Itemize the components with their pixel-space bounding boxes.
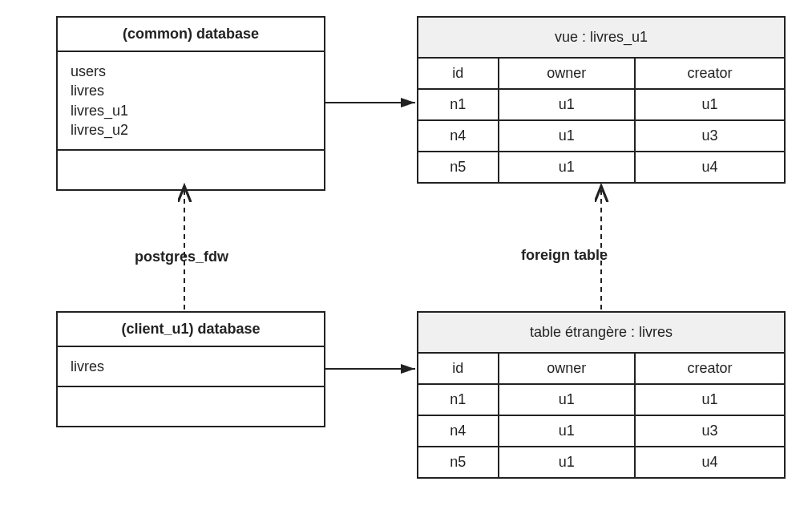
common-database-footer: [58, 151, 324, 189]
foreign-table-title: table étrangère : livres: [418, 312, 785, 353]
foreign-cell: u1: [499, 415, 635, 447]
view-cell: n5: [418, 152, 499, 183]
foreign-cell: n4: [418, 415, 499, 447]
db-item: livres: [71, 357, 311, 376]
common-database-box: (common) database users livres livres_u1…: [56, 16, 325, 191]
view-table-title: vue : livres_u1: [418, 17, 785, 58]
common-database-title: (common) database: [58, 18, 324, 52]
foreign-cell: u1: [635, 384, 785, 415]
foreign-cell: n1: [418, 384, 499, 415]
foreign-cell: u1: [499, 384, 635, 415]
view-col-header: owner: [499, 58, 635, 89]
view-cell: n1: [418, 89, 499, 120]
foreign-col-header: owner: [499, 353, 635, 384]
view-cell: u1: [499, 120, 635, 152]
foreign-cell: u4: [635, 447, 785, 478]
view-table: vue : livres_u1 id owner creator n1 u1 u…: [417, 16, 786, 184]
view-cell: n4: [418, 120, 499, 152]
client-database-footer: [58, 387, 324, 426]
db-item: users: [71, 62, 311, 81]
db-item: livres_u2: [71, 120, 311, 140]
foreign-table: table étrangère : livres id owner creato…: [417, 311, 786, 479]
view-col-header: creator: [635, 58, 785, 89]
client-database-box: (client_u1) database livres: [56, 311, 325, 427]
foreign-cell: n5: [418, 447, 499, 478]
db-item: livres: [71, 81, 311, 100]
common-database-body: users livres livres_u1 livres_u2: [58, 52, 324, 151]
view-cell: u4: [635, 152, 785, 183]
foreign-col-header: creator: [635, 353, 785, 384]
view-cell: u1: [499, 89, 635, 120]
view-cell: u1: [635, 89, 785, 120]
client-database-title: (client_u1) database: [58, 313, 324, 347]
foreign-cell: u1: [499, 447, 635, 478]
foreign-cell: u3: [635, 415, 785, 447]
view-col-header: id: [418, 58, 499, 89]
foreign-col-header: id: [418, 353, 499, 384]
client-database-body: livres: [58, 347, 324, 387]
postgres-fdw-label: postgres_fdw: [135, 249, 228, 265]
db-item: livres_u1: [71, 101, 311, 120]
view-cell: u3: [635, 120, 785, 152]
foreign-table-label: foreign table: [521, 247, 608, 264]
view-cell: u1: [499, 152, 635, 183]
